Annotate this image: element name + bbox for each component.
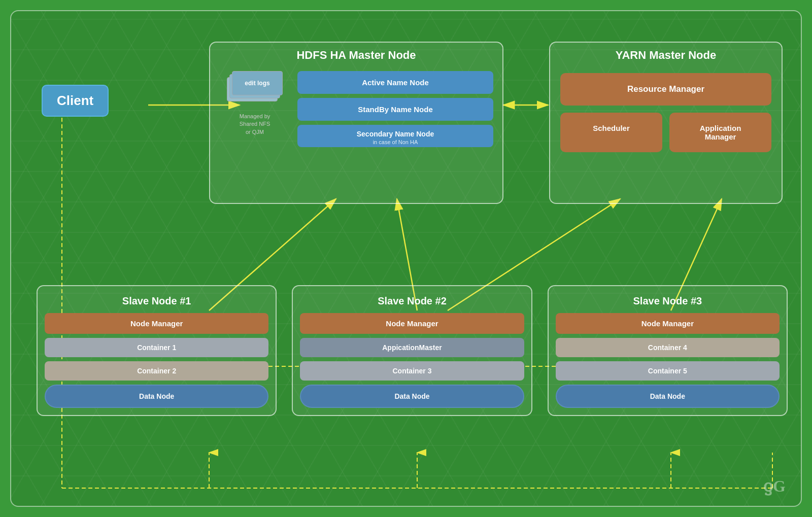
active-name-node-btn: Active Name Node — [297, 71, 493, 94]
slave3-data-node: Data Node — [556, 385, 780, 408]
slave1-data-node: Data Node — [45, 385, 268, 408]
main-diagram-container: Client HDFS HA Master Node edit logs Man… — [10, 10, 802, 507]
client-box: Client — [42, 85, 109, 117]
scheduler-btn: Scheduler — [560, 113, 662, 152]
slave3-node-manager: Node Manager — [556, 313, 780, 334]
slave-node-3-title: Slave Node #3 — [556, 291, 780, 313]
resource-manager-btn: Resource Manager — [560, 73, 771, 106]
standby-name-node-btn: StandBy Name Node — [297, 98, 493, 121]
slave-node-3: Slave Node #3 Node Manager Container 4 C… — [548, 285, 788, 416]
slave-node-1: Slave Node #1 Node Manager Container 1 C… — [37, 285, 277, 416]
slave-node-2-title: Slave Node #2 — [300, 291, 524, 313]
slave1-node-manager: Node Manager — [45, 313, 268, 334]
slave-nodes-row: Slave Node #1 Node Manager Container 1 C… — [37, 285, 788, 416]
edit-log-card-top: edit logs — [232, 71, 283, 95]
slave-node-2: Slave Node #2 Node Manager AppicationMas… — [292, 285, 532, 416]
slave2-container3: Container 3 — [300, 361, 524, 381]
slave2-node-manager: Node Manager — [300, 313, 524, 334]
hdfs-master-title: HDFS HA Master Node — [210, 43, 502, 66]
slave1-container1: Container 1 — [45, 338, 268, 357]
hdfs-master-node: HDFS HA Master Node edit logs Managed by… — [209, 42, 503, 204]
slave-node-1-title: Slave Node #1 — [45, 291, 268, 313]
yarn-master-node: YARN Master Node Resource Manager Schedu… — [549, 42, 783, 204]
edit-logs-area: edit logs Managed byShared NFSor QJM — [219, 71, 290, 136]
managed-label: Managed byShared NFSor QJM — [240, 113, 270, 136]
yarn-master-title: YARN Master Node — [550, 43, 782, 66]
slave2-data-node: Data Node — [300, 385, 524, 408]
name-nodes-column: Active Name Node StandBy Name Node Secon… — [297, 71, 493, 147]
slave3-container4: Container 4 — [556, 338, 780, 357]
slave2-app-master: AppicationMaster — [300, 338, 524, 357]
application-manager-btn: ApplicationManager — [669, 113, 771, 152]
slave3-container5: Container 5 — [556, 361, 780, 381]
logo: ƍG — [763, 476, 786, 496]
secondary-name-node-btn: Secondary Name Node in case of Non HA — [297, 125, 493, 147]
edit-logs-stack: edit logs — [227, 71, 283, 101]
yarn-bottom-row: Scheduler ApplicationManager — [560, 113, 771, 152]
client-label: Client — [57, 93, 93, 108]
slave1-container2: Container 2 — [45, 361, 268, 381]
